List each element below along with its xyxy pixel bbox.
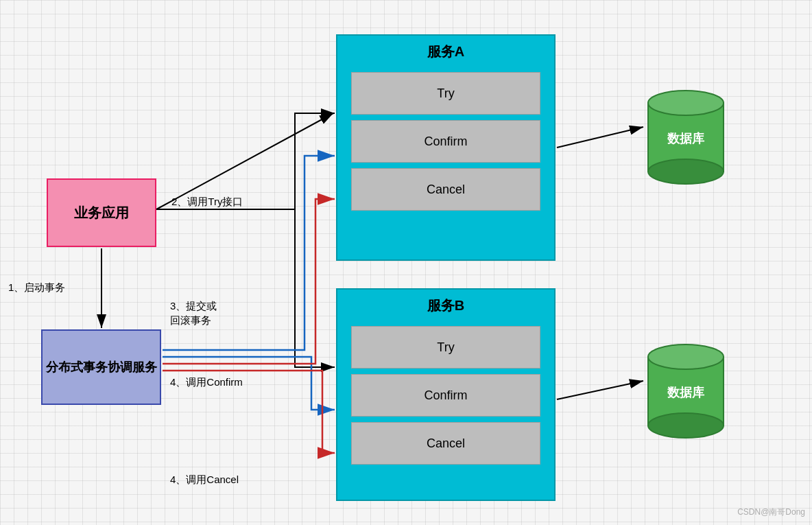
label-step3: 3、提交或回滚事务 bbox=[170, 299, 217, 327]
svg-text:数据库: 数据库 bbox=[667, 385, 705, 399]
database-a: 数据库 bbox=[645, 82, 727, 195]
diagram-container: 业务应用 分布式事务协调服务 服务A Try Confirm Cancel 服务… bbox=[0, 0, 812, 525]
service-b-cancel: Cancel bbox=[351, 422, 540, 465]
service-a-cancel: Cancel bbox=[351, 168, 540, 211]
database-b: 数据库 bbox=[645, 336, 727, 449]
svg-text:数据库: 数据库 bbox=[667, 131, 705, 145]
label-step1: 1、启动事务 bbox=[8, 281, 65, 294]
service-a-confirm: Confirm bbox=[351, 120, 540, 163]
service-b-container: 服务B Try Confirm Cancel bbox=[336, 288, 556, 501]
svg-point-1 bbox=[648, 91, 724, 115]
biz-app-label: 业务应用 bbox=[74, 204, 129, 222]
svg-point-5 bbox=[648, 345, 724, 369]
coordinator-label: 分布式事务协调服务 bbox=[46, 359, 157, 375]
service-a-title: 服务A bbox=[337, 36, 554, 67]
coordinator-box: 分布式事务协调服务 bbox=[41, 329, 161, 405]
svg-line-13 bbox=[557, 127, 643, 148]
service-a-try: Try bbox=[351, 72, 540, 115]
watermark: CSDN@南哥Dong bbox=[737, 506, 805, 518]
svg-line-14 bbox=[557, 381, 643, 399]
svg-point-6 bbox=[648, 413, 724, 438]
svg-line-12 bbox=[156, 113, 333, 209]
biz-app-box: 业务应用 bbox=[47, 178, 156, 247]
label-step2: 2、调用Try接口 bbox=[171, 196, 243, 209]
svg-point-2 bbox=[648, 159, 724, 184]
service-a-container: 服务A Try Confirm Cancel bbox=[336, 34, 556, 261]
label-step4-confirm: 4、调用Confirm bbox=[170, 376, 243, 389]
service-b-title: 服务B bbox=[337, 290, 554, 320]
service-b-confirm: Confirm bbox=[351, 374, 540, 417]
label-step4-cancel: 4、调用Cancel bbox=[170, 474, 239, 487]
service-b-try: Try bbox=[351, 326, 540, 369]
